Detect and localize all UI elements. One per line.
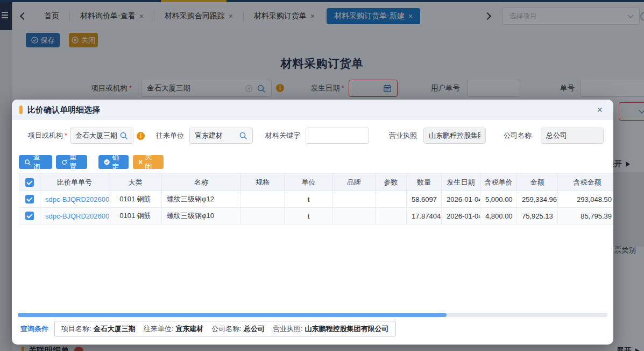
column-header[interactable]: 含税金额	[558, 174, 614, 191]
dialog-close-icon[interactable]: ×	[593, 105, 606, 115]
keyword-filter-field[interactable]	[306, 128, 369, 144]
condition-key: 项目名称:	[61, 325, 91, 333]
column-header[interactable]: 参数	[376, 174, 407, 191]
search-icon	[24, 159, 31, 166]
scrollbar-thumb[interactable]	[18, 313, 447, 317]
cell-unit: t	[285, 208, 333, 224]
query-condition: 往来单位:宜东建材	[144, 324, 204, 334]
app-screen: 首页材料询价单-查看×材料采购合同跟踪×材料采购订货单×材料采购订货单-新建× …	[0, 0, 644, 351]
column-header[interactable]: 金额	[517, 174, 558, 191]
cell-category: 0101 钢筋	[109, 208, 162, 224]
condition-value: 宜东建材	[175, 325, 203, 333]
cell-brand	[333, 208, 376, 224]
compare-confirm-dialog: 比价确认单明细选择 × 项目或机构* 金石大厦三期 往来单位 宜东建材 材料关键…	[12, 100, 613, 345]
row-select-cell[interactable]	[19, 208, 40, 224]
row-checkbox[interactable]	[25, 212, 34, 220]
refresh-icon	[61, 159, 67, 166]
dialog-button-row: 查询 重置 确定 × 关闭	[19, 155, 164, 169]
condition-value: 山东鹏程控股集团有限公司	[305, 325, 389, 333]
condition-key: 营业执照:	[273, 325, 303, 333]
vendor-filter-value: 宜东建材	[195, 131, 237, 141]
dialog-filter-row: 项目或机构* 金石大厦三期 往来单位 宜东建材 材料关键字 营业执照 山东鹏程控…	[12, 128, 613, 144]
vendor-filter-field[interactable]: 宜东建材	[189, 128, 253, 144]
condition-value: 总公司	[244, 325, 265, 333]
dialog-footer: 查询条件 项目名称:金石大厦三期往来单位:宜东建材公司名称:总公司营业执照:山东…	[20, 321, 396, 336]
cell-name: 螺纹三级钢φ10	[162, 208, 241, 224]
dialog-close-button[interactable]: × 关闭	[133, 155, 164, 169]
column-header[interactable]: 含税单价	[480, 174, 517, 191]
company-filter-value: 总公司	[546, 131, 598, 141]
confirm-button[interactable]: 确定	[98, 155, 129, 169]
dialog-header: 比价确认单明细选择 ×	[12, 100, 613, 120]
cell-tax_amount: 85,795.39	[558, 208, 614, 224]
row-checkbox[interactable]	[25, 195, 34, 203]
results-table-wrap: 比价单单号大类名称规格单位品牌参数数量发生日期含税单价金额含税金额 sdpc-B…	[19, 173, 613, 312]
dialog-title: 比价确认单明细选择	[27, 105, 593, 115]
horizontal-scrollbar[interactable]	[18, 313, 607, 317]
required-mark: *	[65, 131, 67, 139]
cell-spec	[241, 208, 285, 224]
cell-unit: t	[285, 191, 333, 208]
column-header[interactable]: 比价单单号	[40, 174, 109, 191]
confirm-button-label: 确定	[112, 152, 123, 172]
select-all-header-cell[interactable]	[19, 174, 40, 191]
column-header[interactable]: 发生日期	[442, 174, 480, 191]
dialog-title-pill-icon	[19, 106, 23, 114]
reset-button-label: 重置	[69, 152, 82, 172]
condition-value: 金石大厦三期	[94, 325, 136, 333]
license-filter-label: 营业执照	[384, 128, 417, 144]
x-icon: ×	[138, 158, 143, 166]
org-filter-value: 金石大厦三期	[75, 131, 117, 141]
select-all-checkbox[interactable]	[25, 178, 34, 187]
query-conditions-box: 项目名称:金石大厦三期往来单位:宜东建材公司名称:总公司营业执照:山东鹏程控股集…	[54, 321, 396, 336]
column-header[interactable]: 数量	[407, 174, 442, 191]
cell-no[interactable]: sdpc-BJQRD2026000002	[40, 208, 109, 224]
cell-spec	[241, 191, 285, 208]
cell-param	[376, 191, 407, 208]
check-circle-icon	[104, 158, 110, 166]
query-button[interactable]: 查询	[19, 155, 52, 169]
cell-category: 0101 钢筋	[109, 191, 162, 208]
condition-key: 往来单位:	[144, 325, 174, 333]
results-table: 比价单单号大类名称规格单位品牌参数数量发生日期含税单价金额含税金额 sdpc-B…	[19, 173, 613, 224]
license-filter-value: 山东鹏程控股集团有限公司	[429, 131, 480, 141]
column-header[interactable]: 单位	[285, 174, 333, 191]
search-icon[interactable]	[239, 131, 247, 140]
row-select-cell[interactable]	[19, 191, 40, 208]
table-row[interactable]: sdpc-BJQRD20260000010101 钢筋螺纹三级钢φ12t58.6…	[19, 191, 614, 208]
query-button-label: 查询	[33, 152, 47, 172]
condition-key: 公司名称:	[211, 325, 242, 333]
table-row[interactable]: sdpc-BJQRD20260000020101 钢筋螺纹三级钢φ10t17.8…	[19, 208, 614, 224]
cell-qty: 17.87404	[407, 208, 442, 224]
column-header[interactable]: 规格	[241, 174, 285, 191]
table-header-row: 比价单单号大类名称规格单位品牌参数数量发生日期含税单价金额含税金额	[19, 174, 614, 191]
query-conditions-label: 查询条件	[20, 324, 48, 334]
cell-brand	[333, 191, 376, 208]
keyword-filter-label: 材料关键字	[257, 128, 300, 144]
column-header[interactable]: 名称	[162, 174, 241, 191]
cell-amount: 75,925.13	[517, 208, 558, 224]
cell-qty: 58.6097	[407, 191, 442, 208]
query-condition: 项目名称:金石大厦三期	[61, 324, 136, 334]
org-filter-field[interactable]: 金石大厦三期	[70, 128, 133, 144]
cell-no[interactable]: sdpc-BJQRD2026000001	[40, 191, 109, 208]
column-header[interactable]: 大类	[109, 174, 162, 191]
column-header[interactable]: 品牌	[333, 174, 376, 191]
search-icon[interactable]	[119, 131, 128, 140]
license-filter-field: 山东鹏程控股集团有限公司	[423, 128, 486, 144]
dialog-close-button-label: 关闭	[145, 152, 158, 172]
cell-param	[376, 208, 407, 224]
cell-date: 2026-01-04	[442, 208, 480, 224]
query-condition: 营业执照:山东鹏程控股集团有限公司	[273, 324, 389, 334]
cell-price: 5,000.00	[480, 191, 517, 208]
reset-button[interactable]: 重置	[56, 155, 87, 169]
query-condition: 公司名称:总公司	[211, 324, 265, 334]
cell-date: 2026-01-04	[442, 191, 480, 208]
cell-name: 螺纹三级钢φ12	[162, 191, 241, 208]
company-filter-label: 公司名称	[498, 128, 532, 144]
vendor-filter-label: 往来单位	[151, 128, 184, 144]
org-filter-label: 项目或机构*	[16, 128, 67, 144]
info-icon[interactable]	[137, 132, 145, 142]
cell-tax_amount: 293,048.50	[558, 191, 614, 208]
cell-price: 4,800.00	[480, 208, 517, 224]
